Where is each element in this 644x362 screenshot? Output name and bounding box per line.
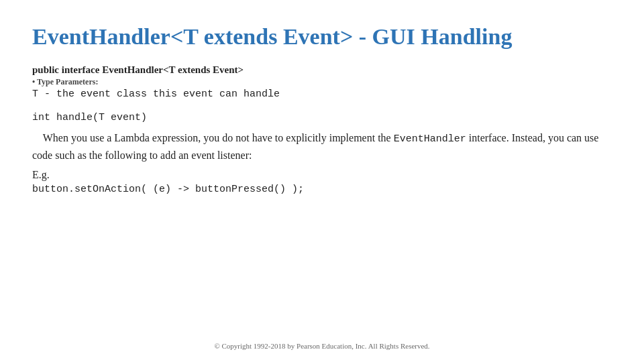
eg-label: E.g. xyxy=(32,169,612,181)
code-inline-eventhandler: EventHandler xyxy=(394,133,466,145)
slide: EventHandler<T extends Event> - GUI Hand… xyxy=(0,0,644,362)
interface-header: public interface EventHandler<T extends … xyxy=(32,64,612,76)
page-title: EventHandler<T extends Event> - GUI Hand… xyxy=(32,24,612,50)
type-param-line: T - the event class this event can handl… xyxy=(32,88,612,100)
footer: © Copyright 1992-2018 by Pearson Educati… xyxy=(0,342,644,350)
eg-code: button.setOnAction( (e) -> buttonPressed… xyxy=(32,184,612,195)
prose-block: When you use a Lambda expression, you do… xyxy=(32,130,612,164)
type-params-label: • Type Parameters: xyxy=(32,77,612,87)
code-handle: int handle(T event) xyxy=(32,112,612,123)
